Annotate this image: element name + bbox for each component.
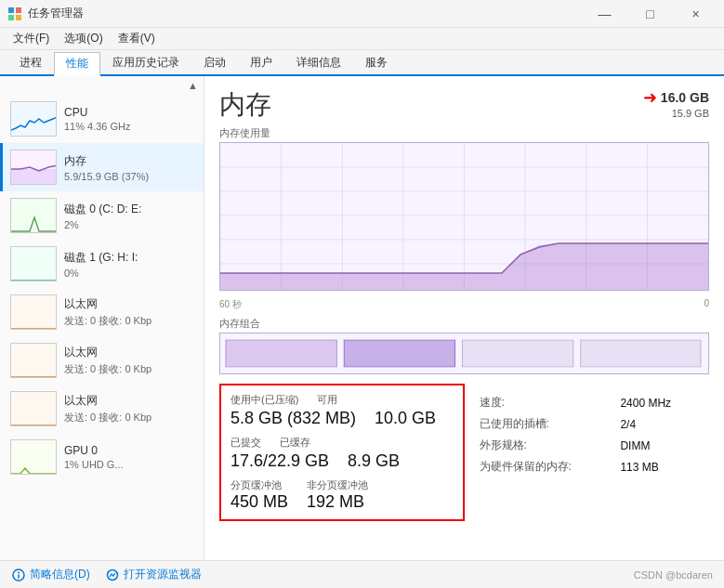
- in-use-row: 使用中(已压缩) 可用: [230, 393, 454, 407]
- tab-startup[interactable]: 启动: [191, 50, 238, 74]
- non-page-pool-item: 非分页缓冲池 192 MB: [307, 478, 368, 512]
- non-page-pool-value: 192 MB: [307, 492, 368, 512]
- cpu-mini-chart: [10, 101, 57, 137]
- sidebar-item-eth0[interactable]: 以太网 发送: 0 接收: 0 Kbp: [0, 288, 204, 336]
- committed-group: 已提交: [230, 436, 261, 450]
- time-right-label: 0: [704, 298, 709, 311]
- stats-right: 速度: 2400 MHz 已使用的插槽: 2/4 外形规格: DIMM 为硬件保…: [465, 384, 710, 521]
- sidebar-item-eth2[interactable]: 以太网 发送: 0 接收: 0 Kbp: [0, 385, 204, 433]
- disk1-label: 磁盘 1 (G: H: I:: [64, 250, 196, 266]
- sidebar: ▲ CPU 11% 4.36 GHz 内存: [0, 76, 204, 560]
- sidebar-header: ▲: [0, 76, 204, 95]
- non-page-pool-label: 非分页缓冲池: [307, 478, 368, 492]
- in-use-value: 5.8 GB (832 MB): [230, 409, 356, 428]
- page-pool-value: 450 MB: [230, 492, 288, 512]
- reserved-label: 为硬件保留的内存:: [476, 457, 615, 477]
- cached-label: 已缓存: [280, 436, 310, 450]
- speed-label: 速度:: [476, 393, 615, 412]
- committed-value: 17.6/22.9 GB: [230, 451, 329, 471]
- minimize-button[interactable]: —: [584, 0, 625, 28]
- summary-info-button[interactable]: 简略信息(D): [11, 567, 90, 582]
- sidebar-item-eth1[interactable]: 以太网 发送: 0 接收: 0 Kbp: [0, 336, 204, 385]
- memory-mini-chart: [10, 150, 57, 185]
- memory-value: 5.9/15.9 GB (37%): [64, 171, 196, 182]
- app-icon: [7, 7, 22, 21]
- memory-label: 内存: [64, 153, 196, 169]
- eth0-value: 发送: 0 接收: 0 Kbp: [64, 314, 196, 328]
- sidebar-item-memory[interactable]: 内存 5.9/15.9 GB (37%): [0, 143, 204, 191]
- svg-rect-20: [463, 340, 573, 367]
- sidebar-item-disk0[interactable]: 磁盘 0 (C: D: E: 2%: [0, 191, 204, 240]
- in-use-group: 使用中(已压缩): [230, 393, 298, 407]
- available-value: 10.0 GB: [375, 409, 436, 428]
- available-group: 可用: [317, 393, 337, 407]
- close-button[interactable]: ×: [675, 0, 717, 28]
- committed-label: 已提交: [230, 436, 261, 450]
- in-use-label: 使用中(已压缩): [230, 393, 298, 407]
- open-monitor-button[interactable]: 打开资源监视器: [105, 567, 202, 582]
- sidebar-item-disk1[interactable]: 磁盘 1 (G: H: I: 0%: [0, 240, 204, 288]
- cached-value: 8.9 GB: [348, 451, 400, 471]
- gpu0-info: GPU 0 1% UHD G...: [64, 444, 196, 470]
- tab-processes[interactable]: 进程: [7, 50, 54, 74]
- cached-group: 已缓存: [280, 436, 310, 450]
- open-monitor-label: 打开资源监视器: [124, 567, 202, 582]
- disk1-info: 磁盘 1 (G: H: I: 0%: [64, 250, 196, 279]
- right-stats-table: 速度: 2400 MHz 已使用的插槽: 2/4 外形规格: DIMM 为硬件保…: [474, 391, 701, 478]
- maximize-button[interactable]: □: [629, 0, 671, 28]
- sidebar-item-gpu0[interactable]: GPU 0 1% UHD G...: [0, 433, 204, 481]
- info-icon: [11, 568, 26, 582]
- status-bar: 简略信息(D) 打开资源监视器 CSDN @bcdaren: [0, 560, 724, 588]
- cpu-value: 11% 4.36 GHz: [64, 121, 196, 132]
- svg-rect-19: [344, 340, 454, 367]
- memory-total-display: ➜ 16.0 GB 15.9 GB: [643, 87, 709, 119]
- content-header: 内存 ➜ 16.0 GB 15.9 GB: [219, 87, 709, 123]
- eth2-mini-chart: [10, 391, 57, 426]
- tab-users[interactable]: 用户: [238, 50, 284, 74]
- tab-details[interactable]: 详细信息: [284, 50, 353, 74]
- eth1-info: 以太网 发送: 0 接收: 0 Kbp: [64, 345, 196, 376]
- svg-rect-21: [581, 340, 701, 367]
- svg-point-23: [18, 571, 20, 573]
- title-bar-left: 任务管理器: [7, 6, 84, 21]
- mem-total-value: 16.0 GB: [661, 90, 709, 105]
- disk1-mini-chart: [10, 246, 57, 281]
- tab-bar: 进程 性能 应用历史记录 启动 用户 详细信息 服务: [0, 50, 724, 76]
- tab-services[interactable]: 服务: [353, 50, 400, 74]
- committed-row: 已提交 已缓存: [230, 436, 454, 450]
- title-controls: — □ ×: [584, 0, 717, 28]
- disk0-mini-chart: [10, 198, 57, 233]
- mem-usage-chart: [219, 142, 709, 291]
- menu-file[interactable]: 文件(F): [6, 28, 57, 49]
- gpu0-value: 1% UHD G...: [64, 459, 196, 470]
- tab-performance[interactable]: 性能: [54, 52, 100, 76]
- gpu0-mini-chart: [10, 439, 57, 475]
- title-bar: 任务管理器 — □ ×: [0, 0, 724, 28]
- eth2-label: 以太网: [64, 393, 196, 409]
- page-title: 内存: [219, 87, 271, 123]
- memory-info: 内存 5.9/15.9 GB (37%): [64, 153, 196, 182]
- page-buffer-row: 分页缓冲池 450 MB 非分页缓冲池 192 MB: [230, 478, 454, 512]
- svg-rect-1: [16, 7, 21, 13]
- tab-app-history[interactable]: 应用历史记录: [100, 50, 191, 74]
- form-row: 外形规格: DIMM: [476, 436, 699, 455]
- mem-chart-label: 内存使用量: [219, 126, 709, 140]
- eth2-info: 以太网 发送: 0 接收: 0 Kbp: [64, 393, 196, 425]
- eth0-label: 以太网: [64, 296, 196, 312]
- cpu-info: CPU 11% 4.36 GHz: [64, 106, 196, 132]
- committed-values: 17.6/22.9 GB 8.9 GB: [230, 451, 454, 471]
- eth2-value: 发送: 0 接收: 0 Kbp: [64, 411, 196, 425]
- reserved-value: 113 MB: [616, 457, 698, 477]
- red-arrow-icon: ➜: [643, 87, 657, 108]
- menu-view[interactable]: 查看(V): [111, 28, 163, 49]
- stats-grid: 使用中(已压缩) 可用 5.8 GB (832 MB) 10.0 GB 已提交 …: [219, 384, 709, 521]
- disk0-value: 2%: [64, 219, 196, 230]
- svg-rect-4: [11, 169, 57, 185]
- summary-label: 简略信息(D): [30, 567, 90, 582]
- scroll-up-icon[interactable]: ▲: [188, 80, 198, 91]
- form-value: DIMM: [616, 436, 698, 455]
- sidebar-item-cpu[interactable]: CPU 11% 4.36 GHz: [0, 95, 204, 143]
- svg-rect-18: [226, 340, 336, 367]
- menu-options[interactable]: 选项(O): [57, 28, 110, 49]
- page-pool-item: 分页缓冲池 450 MB: [230, 478, 288, 512]
